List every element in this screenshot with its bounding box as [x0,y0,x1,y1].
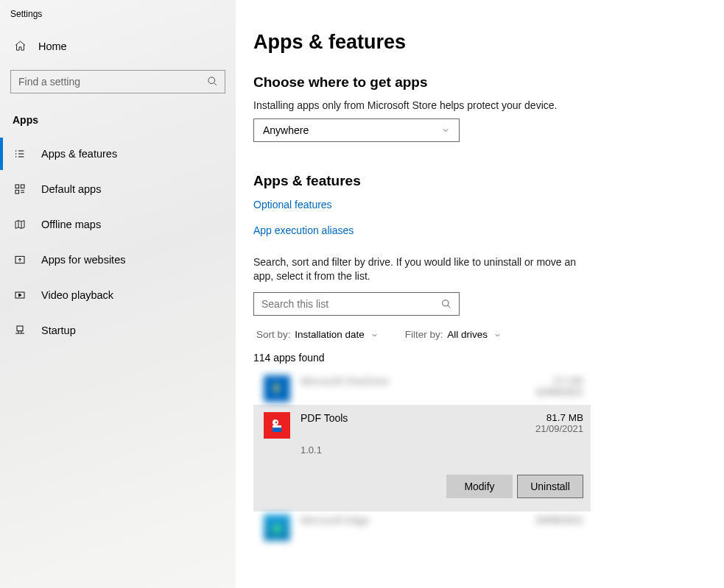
chevron-down-icon [370,331,379,339]
link-optional-features[interactable]: Optional features [253,199,332,210]
app-row[interactable]: Microsoft OneDrive XX MB 22/09/2021 [253,372,591,405]
list-icon [13,148,27,160]
features-help: Search, sort and filter by drive. If you… [253,255,592,283]
sidebar-item-default-apps[interactable]: Default apps [0,171,236,207]
app-size: XX MB [535,375,583,386]
app-date: 20/09/2021 [535,514,583,525]
app-name: Microsoft Edge [301,514,535,541]
sort-value: Installation date [295,329,365,340]
sidebar-category: Apps [0,93,236,136]
app-size: 81.7 MB [535,412,583,423]
nav-home-label: Home [38,40,67,52]
link-execution-aliases[interactable]: App execution aliases [253,224,354,236]
app-version: 1.0.1 [301,444,583,456]
sidebar-search[interactable] [10,70,225,93]
uninstall-button[interactable]: Uninstall [517,475,583,498]
svg-rect-11 [273,425,281,428]
app-icon [264,514,290,541]
app-count: 114 apps found [253,352,724,364]
sidebar-item-apps-websites[interactable]: Apps for websites [0,242,236,277]
svg-point-7 [443,300,449,306]
modify-button[interactable]: Modify [446,475,513,498]
svg-rect-3 [15,190,19,194]
map-icon [13,219,27,230]
app-row-selected[interactable]: PDF Tools 81.7 MB 21/09/2021 1.0.1 Modif… [253,405,591,511]
sidebar-item-label: Startup [41,325,76,336]
filter-control[interactable]: Filter by: All drives [405,329,502,340]
app-name: Microsoft OneDrive [301,375,535,402]
sidebar-item-label: Offline maps [41,219,101,230]
sidebar-item-startup[interactable]: Startup [0,313,236,348]
sidebar: Settings Home Apps Apps & features Defau… [0,0,236,588]
sort-control[interactable]: Sort by: Installation date [256,329,379,340]
app-name: PDF Tools [301,412,535,439]
search-icon [207,76,218,87]
sidebar-item-label: Apps for websites [41,254,125,266]
sidebar-item-offline-maps[interactable]: Offline maps [0,207,236,242]
main-content: Apps & features Choose where to get apps… [236,0,724,588]
sidebar-item-label: Apps & features [41,148,117,160]
chevron-down-icon [441,126,450,135]
features-heading: Apps & features [253,173,724,189]
chevron-down-icon [493,331,502,339]
nav-home[interactable]: Home [0,19,236,65]
app-row[interactable]: Microsoft Edge 20/09/2021 [253,511,591,544]
svg-rect-2 [21,185,24,188]
sort-label: Sort by: [256,329,291,340]
app-source-select[interactable]: Anywhere [253,118,460,142]
svg-rect-6 [17,326,23,331]
filter-label: Filter by: [405,329,443,340]
home-icon [13,40,27,52]
open-icon [13,254,27,266]
grid-icon [13,183,27,195]
sidebar-search-input[interactable] [10,70,225,93]
select-value: Anywhere [263,124,309,136]
page-title: Apps & features [253,31,724,54]
app-date: 22/09/2021 [535,386,583,397]
choose-heading: Choose where to get apps [253,74,724,91]
svg-point-0 [208,77,215,84]
app-icon [264,412,290,439]
app-date: 21/09/2021 [535,423,583,434]
sidebar-item-label: Video playback [41,289,113,301]
sidebar-item-apps-features[interactable]: Apps & features [0,136,236,171]
search-icon [441,299,451,309]
svg-rect-10 [273,427,281,432]
app-list-search[interactable] [253,292,460,316]
app-list-search-input[interactable] [261,298,441,310]
startup-icon [13,325,27,336]
window-title: Settings [0,0,236,19]
video-icon [13,289,27,301]
svg-rect-1 [15,185,19,188]
sidebar-item-label: Default apps [41,183,101,195]
choose-desc: Installing apps only from Microsoft Stor… [253,99,724,111]
app-icon [264,375,290,402]
sidebar-item-video-playback[interactable]: Video playback [0,277,236,313]
filter-value: All drives [447,329,488,340]
svg-point-9 [275,421,278,423]
